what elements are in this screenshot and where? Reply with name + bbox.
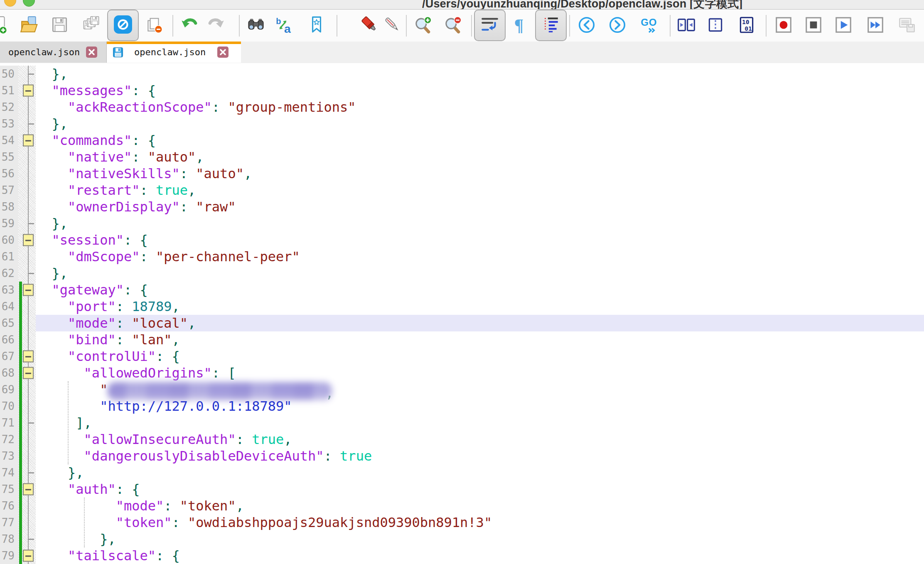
code-text[interactable]: "mode": "token",: [36, 498, 924, 514]
fold-margin: [18, 331, 36, 348]
code-text[interactable]: "allowInsecureAuth": true,: [36, 431, 924, 448]
tab-openclaw-json-1[interactable]: openclaw.json: [0, 42, 107, 63]
code-line: 68 "allowedOrigins": [: [0, 365, 924, 381]
fold-collapse-marker[interactable]: [23, 135, 34, 147]
line-number: 78: [0, 531, 18, 547]
code-text[interactable]: },: [36, 265, 924, 282]
save-button[interactable]: [49, 15, 69, 37]
new-document-button[interactable]: [0, 15, 8, 37]
play-macro-all-button[interactable]: [865, 15, 885, 37]
fold-margin: [18, 315, 36, 331]
close-all-button[interactable]: [145, 15, 165, 37]
code-text[interactable]: ],: [36, 414, 924, 431]
code-text[interactable]: "http://127.0.0.1:18789": [36, 398, 924, 414]
find-button[interactable]: [246, 15, 266, 37]
find-replace-button[interactable]: ba: [274, 15, 294, 37]
code-text[interactable]: "ownerDisplay": "raw": [36, 199, 924, 215]
fold-collapse-marker[interactable]: [23, 234, 34, 246]
code-editor[interactable]: 50 },51 "messages": {52 "ackReactionScop…: [0, 63, 924, 564]
fold-collapse-marker[interactable]: [23, 483, 34, 495]
code-line: 66 "bind": "lan",: [0, 331, 924, 348]
code-text[interactable]: },: [36, 115, 924, 132]
find-replace-icon: ba: [274, 15, 293, 36]
code-text[interactable]: "token": "owdiabshppoajs29uakjsnd09390bn…: [36, 514, 924, 531]
highlighter-icon: [360, 15, 379, 36]
split-vertical-icon: [706, 15, 725, 36]
code-line: 59 },: [0, 215, 924, 232]
tab-openclaw-json-2-active[interactable]: openclaw.json: [107, 42, 241, 63]
close-tab-icon[interactable]: [86, 47, 97, 58]
code-text[interactable]: "mode": "local",: [36, 315, 924, 331]
fold-end-marker: [28, 123, 34, 125]
split-vertical-button[interactable]: [705, 15, 725, 37]
code-text[interactable]: "controlUi": {: [36, 348, 924, 365]
fold-margin: [18, 381, 36, 398]
stop-macro-button[interactable]: [804, 15, 823, 37]
indent-guides-button[interactable]: [535, 10, 567, 41]
code-text[interactable]: "tailscale": {: [36, 547, 924, 564]
code-text[interactable]: "commands": {: [36, 132, 924, 149]
code-text[interactable]: "dmScope": "per-channel-peer": [36, 248, 924, 265]
pen-button[interactable]: [383, 15, 403, 37]
line-number: 58: [0, 199, 18, 215]
code-text[interactable]: "session": {: [36, 232, 924, 248]
undo-button[interactable]: [179, 15, 199, 37]
code-text[interactable]: },: [36, 464, 924, 481]
code-text[interactable]: "port": 18789,: [36, 298, 924, 315]
goto-line-button[interactable]: GO: [639, 15, 659, 37]
code-text[interactable]: "bind": "lan",: [36, 331, 924, 348]
word-wrap-button[interactable]: [474, 10, 506, 41]
indent-guides-icon: [541, 15, 560, 36]
play-macro-button[interactable]: [833, 15, 853, 37]
line-number: 77: [0, 514, 18, 531]
line-number: 72: [0, 431, 18, 448]
highlighter-button[interactable]: [360, 15, 380, 37]
split-horizontal-button[interactable]: [676, 15, 696, 37]
go-previous-button[interactable]: [577, 15, 597, 37]
fold-margin: [18, 265, 36, 282]
line-numbers-button[interactable]: 1001: [737, 15, 757, 37]
reload-document-button[interactable]: [107, 10, 139, 41]
toolbar-separator: [172, 15, 173, 37]
close-tab-icon[interactable]: [217, 47, 229, 58]
paragraph-marks-button[interactable]: ¶: [509, 15, 529, 37]
fold-collapse-marker[interactable]: [23, 550, 34, 562]
open-folder-button[interactable]: [19, 15, 39, 37]
code-line: 56 "nativeSkills": "auto",: [0, 165, 924, 182]
fold-collapse-marker[interactable]: [23, 367, 34, 379]
code-line: 51 "messages": {: [0, 82, 924, 99]
zoom-button[interactable]: [23, 0, 35, 7]
undo-icon: [179, 15, 199, 36]
fold-end-marker: [28, 223, 34, 224]
go-next-button[interactable]: [607, 15, 627, 37]
zoom-in-button[interactable]: [413, 15, 433, 37]
code-text[interactable]: },: [36, 215, 924, 232]
code-text[interactable]: "dangerouslyDisableDeviceAuth": true: [36, 448, 924, 464]
minimize-button[interactable]: [4, 0, 16, 7]
code-text[interactable]: "gateway": {: [36, 282, 924, 298]
fold-collapse-marker[interactable]: [23, 284, 34, 296]
code-line: 54 "commands": {: [0, 132, 924, 149]
code-text[interactable]: "messages": {: [36, 82, 924, 99]
indent-guide: [68, 381, 69, 464]
code-text[interactable]: },: [36, 66, 924, 82]
code-text[interactable]: "native": "auto",: [36, 149, 924, 165]
code-text[interactable]: "ackReactionScope": "group-mentions": [36, 99, 924, 115]
save-all-button[interactable]: [81, 15, 101, 37]
modified-line-marker: [19, 464, 22, 481]
bookmark-button[interactable]: [307, 15, 327, 37]
open-folder-icon: [20, 15, 39, 36]
fold-margin: [18, 115, 36, 132]
zoom-out-button[interactable]: [443, 15, 463, 37]
code-text[interactable]: "restart": true,: [36, 182, 924, 199]
code-area[interactable]: 50 },51 "messages": {52 "ackReactionScop…: [0, 63, 924, 564]
fold-collapse-marker[interactable]: [23, 85, 34, 97]
code-text[interactable]: },: [36, 531, 924, 547]
code-text[interactable]: "auth": {: [36, 481, 924, 498]
fold-collapse-marker[interactable]: [23, 351, 34, 363]
record-macro-button[interactable]: [774, 15, 794, 37]
code-text[interactable]: "allowedOrigins": [: [36, 365, 924, 381]
code-text[interactable]: ",: [36, 381, 924, 398]
code-line: 79 "tailscale": {: [0, 547, 924, 564]
code-text[interactable]: "nativeSkills": "auto",: [36, 165, 924, 182]
